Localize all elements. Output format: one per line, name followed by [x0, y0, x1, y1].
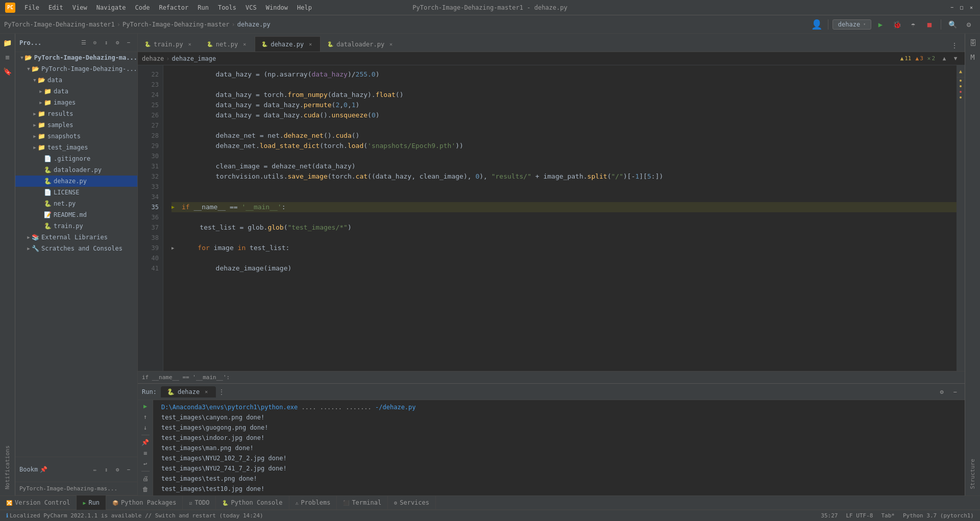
tab-net-close[interactable]: ✕ [241, 41, 248, 48]
tab-net[interactable]: 🐍 net.py ✕ [200, 36, 255, 52]
tab-python-packages[interactable]: 📦 Python Packages [106, 495, 183, 510]
run-format-icon[interactable]: ≡ [140, 449, 151, 458]
run-pin-icon[interactable]: 📌 [140, 438, 151, 447]
breadcrumb-project[interactable]: PyTorch-Image-Dehazing-master1 [4, 21, 115, 28]
status-git-message[interactable]: ℹ Localized PyCharm 2022.1.1 is availabl… [4, 512, 265, 519]
status-encoding[interactable]: LF UTF-8 [844, 512, 875, 519]
tab-train[interactable]: 🐍 train.py ✕ [138, 36, 200, 52]
tree-data-data[interactable]: ▶ 📁 data [15, 86, 137, 97]
run-more-icon[interactable]: ⋮ [218, 388, 225, 396]
run-tab-close[interactable]: ✕ [203, 388, 210, 395]
run-button[interactable]: ▶ [873, 17, 888, 32]
tree-external-libs[interactable]: ▶ 📚 External Libraries [15, 232, 137, 243]
tree-data-folder[interactable]: ▼ 📂 data [15, 75, 137, 86]
gutter-error-1[interactable] [960, 91, 962, 93]
tab-train-close[interactable]: ✕ [186, 41, 193, 48]
sort-icon[interactable]: ↕ [102, 38, 111, 47]
menu-vcs[interactable]: VCS [241, 3, 261, 12]
gutter-warning-1[interactable] [960, 80, 962, 82]
menu-navigate[interactable]: Navigate [92, 3, 130, 12]
run-tab-dehaze[interactable]: 🐍 dehaze ✕ [161, 386, 216, 398]
tab-run-bottom[interactable]: ▶ Run [77, 495, 106, 510]
tree-dataloader[interactable]: 🐍 dataloader.py [15, 164, 137, 176]
minimize-button[interactable]: − [948, 4, 955, 11]
warning-badge[interactable]: ▲ 11 [900, 55, 912, 62]
sort-bookmarks-icon[interactable]: ↕ [102, 465, 111, 474]
debug-button[interactable]: 🐞 [890, 17, 904, 32]
edit-bookmarks-icon[interactable]: ✏ [90, 465, 100, 474]
run-print-icon[interactable]: 🖨 [140, 475, 151, 483]
tab-dehaze[interactable]: 🐍 dehaze.py ✕ [255, 36, 321, 52]
tree-test-images[interactable]: ▶ 📁 test_images [15, 142, 137, 153]
breadcrumb-module[interactable]: dehaze [142, 55, 164, 62]
menu-code[interactable]: Code [131, 3, 154, 12]
bookmarks-settings-icon[interactable]: ⚙ [113, 465, 122, 474]
tree-snapshots[interactable]: ▶ 📁 snapshots [15, 131, 137, 142]
collapse-all-icon[interactable]: ☰ [79, 38, 88, 47]
structure-label[interactable]: Structure [968, 457, 977, 491]
menu-tools[interactable]: Tools [214, 3, 240, 12]
nav-down-button[interactable]: ▼ [950, 54, 961, 64]
maven-icon[interactable]: M [966, 51, 979, 64]
tree-root[interactable]: ▼ 📂 PyTorch-Image-Dehazing-ma... [15, 52, 137, 63]
panel-settings-icon[interactable]: ⚙ [113, 38, 122, 47]
close-button[interactable]: ✕ [968, 4, 975, 11]
tree-project-folder[interactable]: ▼ 📂 PyTorch-Image-Dehazing-... [15, 63, 137, 75]
menu-view[interactable]: View [68, 3, 91, 12]
nav-up-button[interactable]: ▲ [939, 54, 949, 64]
tab-dehaze-close[interactable]: ✕ [307, 41, 314, 48]
recent-files-icon[interactable]: ⋮ [948, 39, 961, 52]
breadcrumb-folder[interactable]: PyTorch-Image-Dehazing-master [122, 21, 230, 28]
run-settings-icon[interactable]: ⚙ [936, 386, 947, 398]
tab-problems[interactable]: ⚠ Problems [289, 495, 337, 510]
run-scroll-up-icon[interactable]: ↑ [140, 413, 151, 421]
ok-badge[interactable]: ✕ 2 [927, 55, 935, 62]
tree-scratches[interactable]: ▶ 🔧 Scratches and Consoles [15, 243, 137, 254]
hide-bookmarks-icon[interactable]: − [124, 465, 133, 474]
menu-window[interactable]: Window [262, 3, 292, 12]
coverage-button[interactable]: ☂ [906, 17, 920, 32]
tree-net[interactable]: 🐍 net.py [15, 198, 137, 209]
database-icon[interactable]: 🗄 [966, 36, 979, 49]
project-view-icon[interactable]: 📁 [1, 36, 14, 49]
tab-services[interactable]: ⚙ Services [388, 495, 436, 510]
status-python[interactable]: Python 3.7 (pytorch1) [901, 512, 976, 519]
tab-dataloader[interactable]: 🐍 dataloader.py ✕ [321, 36, 401, 52]
hide-panel-icon[interactable]: − [124, 38, 133, 47]
tree-samples[interactable]: ▶ 📁 samples [15, 119, 137, 131]
run-scroll-down-icon[interactable]: ↓ [140, 423, 151, 432]
tree-results[interactable]: ▶ 📁 results [15, 108, 137, 119]
structure-view-icon[interactable]: ≡ [1, 51, 14, 64]
menu-file[interactable]: File [20, 3, 43, 12]
stop-button[interactable]: ■ [922, 17, 937, 32]
tab-dataloader-close[interactable]: ✕ [387, 41, 395, 48]
gutter-overview[interactable]: ▲ [957, 65, 965, 78]
breadcrumb-file[interactable]: dehaze.py [237, 21, 271, 28]
gutter-warning-2[interactable] [960, 85, 962, 87]
tree-data-images[interactable]: ▶ 📁 images [15, 97, 137, 108]
menu-edit[interactable]: Edit [44, 3, 67, 12]
menu-run[interactable]: Run [193, 3, 213, 12]
breadcrumb-function[interactable]: dehaze_image [172, 55, 216, 62]
error-badge[interactable]: ▲ 3 [916, 55, 923, 62]
maximize-button[interactable]: □ [958, 4, 965, 11]
tree-train[interactable]: 🐍 train.py [15, 220, 137, 232]
tab-terminal[interactable]: ⬛ Terminal [337, 495, 388, 510]
menu-refactor[interactable]: Refactor [155, 3, 192, 12]
tab-version-control[interactable]: 🔀 Version Control [0, 495, 77, 510]
run-config-dropdown[interactable]: dehaze ▾ [832, 19, 871, 30]
status-indent[interactable]: Tab* [879, 512, 897, 519]
code-text[interactable]: data_hazy = (np.asarray(data_hazy)/255.0… [163, 65, 957, 371]
tab-todo[interactable]: ☑ TODO [183, 495, 216, 510]
run-resume-icon[interactable]: ▶ [140, 402, 151, 411]
profile-button[interactable]: 👤 [810, 17, 824, 32]
scroll-from-source-icon[interactable]: ⊙ [90, 38, 100, 47]
run-wrap-icon[interactable]: ↩ [140, 459, 151, 468]
run-output-console[interactable]: D:\Anaconda3\envs\pytorch1\python.exe ..… [153, 400, 965, 495]
search-everywhere-button[interactable]: 🔍 [945, 17, 960, 32]
bookmarks-icon[interactable]: 🔖 [1, 65, 14, 78]
run-hide-icon[interactable]: − [949, 386, 961, 398]
notifications-label[interactable]: Notifications [3, 443, 12, 491]
menu-help[interactable]: Help [293, 3, 316, 12]
tree-license[interactable]: 📄 LICENSE [15, 187, 137, 198]
